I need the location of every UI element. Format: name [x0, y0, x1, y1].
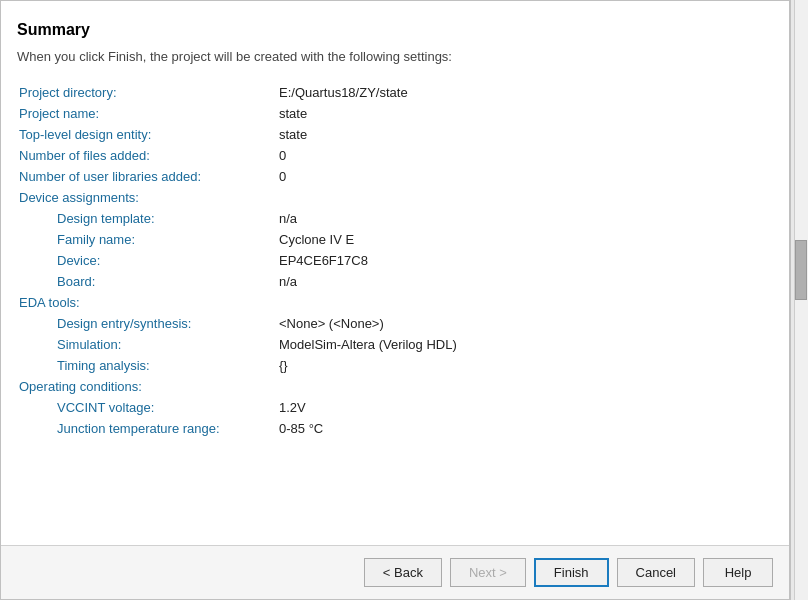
row-value: <None> (<None>)	[277, 313, 765, 334]
row-label: Top-level design entity:	[17, 124, 277, 145]
row-value: state	[277, 124, 765, 145]
table-row: Project directory:E:/Quartus18/ZY/state	[17, 82, 765, 103]
row-value: state	[277, 103, 765, 124]
row-label: EDA tools:	[17, 292, 277, 313]
row-value	[277, 187, 765, 208]
summary-table: Project directory:E:/Quartus18/ZY/stateP…	[17, 82, 765, 439]
row-value: EP4CE6F17C8	[277, 250, 765, 271]
row-label: Operating conditions:	[17, 376, 277, 397]
row-value: E:/Quartus18/ZY/state	[277, 82, 765, 103]
row-value: 0	[277, 166, 765, 187]
footer: < Back Next > Finish Cancel Help	[1, 545, 789, 599]
row-label: Number of files added:	[17, 145, 277, 166]
row-value: n/a	[277, 208, 765, 229]
row-value: {}	[277, 355, 765, 376]
table-row: Simulation:ModelSim-Altera (Verilog HDL)	[17, 334, 765, 355]
row-label: Design template:	[17, 208, 277, 229]
row-label: Number of user libraries added:	[17, 166, 277, 187]
row-label: Board:	[17, 271, 277, 292]
main-panel: Summary When you click Finish, the proje…	[0, 0, 790, 600]
table-row: Number of user libraries added:0	[17, 166, 765, 187]
table-row: Design template:n/a	[17, 208, 765, 229]
row-label: Design entry/synthesis:	[17, 313, 277, 334]
table-row: Timing analysis:{}	[17, 355, 765, 376]
row-label: Timing analysis:	[17, 355, 277, 376]
row-label: Project name:	[17, 103, 277, 124]
scrollbar-thumb[interactable]	[795, 240, 807, 300]
table-row: Board:n/a	[17, 271, 765, 292]
row-value: n/a	[277, 271, 765, 292]
help-button[interactable]: Help	[703, 558, 773, 587]
table-row: Operating conditions:	[17, 376, 765, 397]
row-value: ModelSim-Altera (Verilog HDL)	[277, 334, 765, 355]
row-label: Junction temperature range:	[17, 418, 277, 439]
right-sidebar: ▼	[790, 0, 808, 600]
table-row: Project name:state	[17, 103, 765, 124]
cancel-button[interactable]: Cancel	[617, 558, 695, 587]
next-button[interactable]: Next >	[450, 558, 526, 587]
row-value: 1.2V	[277, 397, 765, 418]
scrollbar-track	[794, 0, 808, 600]
content-area: Summary When you click Finish, the proje…	[1, 1, 789, 545]
row-label: Simulation:	[17, 334, 277, 355]
row-label: VCCINT voltage:	[17, 397, 277, 418]
table-row: Design entry/synthesis:<None> (<None>)	[17, 313, 765, 334]
finish-button[interactable]: Finish	[534, 558, 609, 587]
table-row: VCCINT voltage:1.2V	[17, 397, 765, 418]
table-row: Family name:Cyclone IV E	[17, 229, 765, 250]
row-label: Device:	[17, 250, 277, 271]
table-row: Number of files added:0	[17, 145, 765, 166]
table-row: Device:EP4CE6F17C8	[17, 250, 765, 271]
table-row: Top-level design entity:state	[17, 124, 765, 145]
row-label: Family name:	[17, 229, 277, 250]
row-value: Cyclone IV E	[277, 229, 765, 250]
page-title: Summary	[17, 21, 765, 39]
table-row: Device assignments:	[17, 187, 765, 208]
row-value: 0	[277, 145, 765, 166]
table-row: EDA tools:	[17, 292, 765, 313]
back-button[interactable]: < Back	[364, 558, 442, 587]
row-value: 0-85 °C	[277, 418, 765, 439]
intro-text: When you click Finish, the project will …	[17, 49, 765, 64]
row-value	[277, 376, 765, 397]
row-label: Project directory:	[17, 82, 277, 103]
row-value	[277, 292, 765, 313]
row-label: Device assignments:	[17, 187, 277, 208]
table-row: Junction temperature range:0-85 °C	[17, 418, 765, 439]
